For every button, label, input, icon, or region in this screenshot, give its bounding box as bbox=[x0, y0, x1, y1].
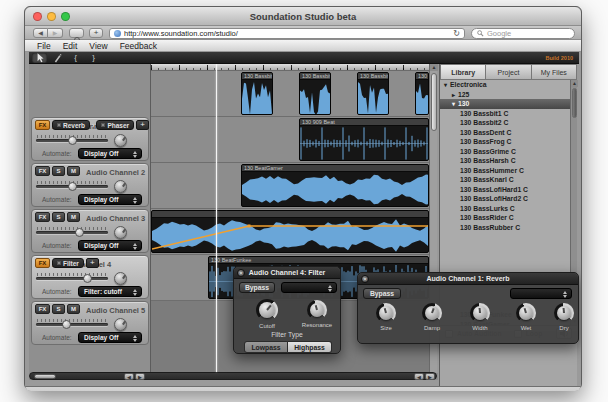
slider-thumb[interactable] bbox=[83, 274, 92, 283]
menu-edit[interactable]: Edit bbox=[63, 41, 78, 51]
menu-view[interactable]: View bbox=[89, 41, 107, 51]
track-lane-1[interactable]: 130 Bassbit1130 Bassbit1130 Bassbit1130 … bbox=[151, 71, 429, 117]
pan-knob[interactable] bbox=[114, 180, 127, 193]
knob-cutoff[interactable] bbox=[256, 299, 278, 321]
automate-dropdown[interactable]: Filter: cutoff bbox=[78, 286, 142, 297]
library-item[interactable]: 130 Bassbit1 C bbox=[440, 109, 577, 119]
close-dialog-button[interactable]: × bbox=[237, 269, 245, 277]
pan-knob[interactable] bbox=[114, 272, 127, 285]
bypass-button[interactable]: Bypass bbox=[363, 288, 401, 299]
scroll-left-button[interactable]: ◀ bbox=[124, 373, 134, 380]
volume-slider[interactable] bbox=[36, 231, 108, 234]
library-item[interactable]: 130 Bassbit2 C bbox=[440, 118, 577, 128]
knob-damp[interactable] bbox=[422, 303, 442, 323]
tab-project[interactable]: Project bbox=[486, 64, 531, 80]
mute-button[interactable]: M bbox=[67, 304, 80, 314]
track-card-5[interactable]: FXAudio Channel 5SMAutomate:Display Off bbox=[31, 301, 149, 345]
library-item[interactable]: 130 BassGrime C bbox=[440, 147, 577, 157]
slider-thumb[interactable] bbox=[68, 136, 77, 145]
playhead[interactable] bbox=[216, 64, 217, 372]
knob-resonance[interactable] bbox=[307, 300, 327, 320]
library-item[interactable]: ▾130 bbox=[440, 99, 577, 109]
solo-button[interactable]: S bbox=[52, 212, 65, 222]
automate-dropdown[interactable]: Display Off bbox=[78, 240, 142, 251]
add-effect-button[interactable]: + bbox=[86, 258, 99, 268]
loop-start-tool-button[interactable]: { bbox=[68, 53, 83, 63]
library-item[interactable]: 130 BassLurks C bbox=[440, 204, 577, 214]
knob-wet[interactable] bbox=[516, 303, 536, 323]
fx-button[interactable]: FX bbox=[35, 258, 50, 268]
lowpass-button[interactable]: Lowpass bbox=[244, 341, 288, 353]
track-lane-4[interactable] bbox=[151, 209, 429, 255]
automation-curve[interactable] bbox=[152, 211, 429, 253]
slider-thumb[interactable] bbox=[75, 228, 84, 237]
scroll-left-button[interactable]: ◀ bbox=[414, 373, 424, 380]
preset-dropdown[interactable] bbox=[510, 288, 572, 299]
library-item[interactable]: 130 BassRubber C bbox=[440, 223, 577, 233]
library-item[interactable]: ▾Electronica bbox=[440, 80, 577, 90]
scrollbar-thumb[interactable] bbox=[431, 73, 437, 131]
pan-knob[interactable] bbox=[114, 226, 127, 239]
close-dialog-button[interactable]: × bbox=[361, 275, 369, 283]
add-effect-button[interactable]: + bbox=[136, 120, 149, 130]
library-item[interactable]: 130 BassLofiHard2 C bbox=[440, 194, 577, 204]
menu-file[interactable]: File bbox=[37, 41, 51, 51]
volume-slider[interactable] bbox=[36, 323, 108, 326]
fx-button[interactable]: FX bbox=[35, 212, 50, 222]
library-item[interactable]: 130 BassHummer C bbox=[440, 166, 577, 176]
solo-button[interactable]: S bbox=[52, 166, 65, 176]
library-item[interactable]: 130 BassDent C bbox=[440, 128, 577, 138]
forward-button[interactable]: ▶ bbox=[48, 28, 63, 38]
track-lane-2[interactable]: 130 909 Beat bbox=[151, 117, 429, 163]
audio-clip[interactable]: 130 Bassbit1 bbox=[241, 72, 273, 115]
new-tab-button[interactable]: + bbox=[89, 28, 103, 38]
scrollbar-thumb[interactable] bbox=[34, 374, 56, 379]
knob-dry[interactable] bbox=[554, 303, 574, 323]
fx-button[interactable]: FX bbox=[35, 166, 50, 176]
fx-button[interactable]: FX bbox=[35, 120, 50, 130]
library-item[interactable]: 130 BassFrog C bbox=[440, 137, 577, 147]
loop-end-tool-button[interactable]: } bbox=[86, 53, 101, 63]
library-item[interactable]: 130 BassKnarl C bbox=[440, 175, 577, 185]
mute-button[interactable]: M bbox=[67, 212, 80, 222]
draw-tool-button[interactable] bbox=[50, 53, 65, 63]
timeline-horizontal-scrollbar[interactable]: ◀ ▶ ◀ ▶ bbox=[29, 372, 437, 380]
scrollbar-thumb[interactable] bbox=[572, 88, 577, 118]
fx-chip-filter[interactable]: Filter bbox=[52, 258, 84, 268]
reload-icon[interactable]: ↻ bbox=[453, 30, 460, 37]
audio-clip[interactable]: 130 Bassbit1 bbox=[415, 72, 429, 115]
audio-clip[interactable]: 130 Bassbit1 bbox=[357, 72, 389, 115]
menu-feedback[interactable]: Feedback bbox=[120, 41, 157, 51]
fx-button[interactable]: FX bbox=[35, 304, 50, 314]
scroll-right-button[interactable]: ▶ bbox=[425, 373, 435, 380]
url-text[interactable]: http://www.soundation.com/studio/ bbox=[124, 29, 450, 38]
bypass-button[interactable]: Bypass bbox=[239, 282, 275, 293]
automate-dropdown[interactable]: Display Off bbox=[78, 194, 142, 205]
audio-clip[interactable]: 130 BeatGamer bbox=[241, 164, 429, 207]
fx-chip-reverb[interactable]: Reverb bbox=[52, 120, 90, 130]
track-card-2[interactable]: FXAudio Channel 2SMAutomate:Display Off bbox=[31, 163, 149, 207]
slider-thumb[interactable] bbox=[62, 320, 71, 329]
address-bar[interactable]: http://www.soundation.com/studio/ ↻ bbox=[109, 28, 465, 39]
library-item[interactable]: 130 BassHarsh C bbox=[440, 156, 577, 166]
knob-width[interactable] bbox=[470, 303, 490, 323]
scroll-up-button[interactable]: ▲ bbox=[430, 64, 438, 71]
library-item[interactable]: 130 BassRider C bbox=[440, 213, 577, 223]
scroll-up-button[interactable]: ▲ bbox=[571, 80, 578, 87]
pan-knob[interactable] bbox=[114, 318, 127, 331]
audio-clip[interactable]: 130 Bassbit1 bbox=[299, 72, 331, 115]
library-item[interactable]: 130 BassLofiHard1 C bbox=[440, 185, 577, 195]
scroll-right-button[interactable]: ▶ bbox=[135, 373, 145, 380]
top-sites-button[interactable] bbox=[69, 28, 84, 38]
track-card-3[interactable]: FXAudio Channel 3SMAutomate:Display Off bbox=[31, 209, 149, 253]
track-card-4[interactable]: FXAudio Channel 4Filter+Automate:Filter:… bbox=[31, 255, 149, 299]
volume-slider[interactable] bbox=[36, 277, 108, 280]
audio-clip[interactable] bbox=[151, 210, 429, 253]
back-button[interactable]: ◀ bbox=[33, 28, 48, 38]
slider-thumb[interactable] bbox=[68, 182, 77, 191]
solo-button[interactable]: S bbox=[52, 304, 65, 314]
audio-clip[interactable]: 130 909 Beat bbox=[299, 118, 429, 161]
track-card-1[interactable]: FXAudio Channel 1Reverb›Phaser+Automate:… bbox=[31, 117, 149, 161]
highpass-button[interactable]: Highpass bbox=[288, 341, 332, 353]
tab-library[interactable]: Library bbox=[440, 64, 486, 80]
